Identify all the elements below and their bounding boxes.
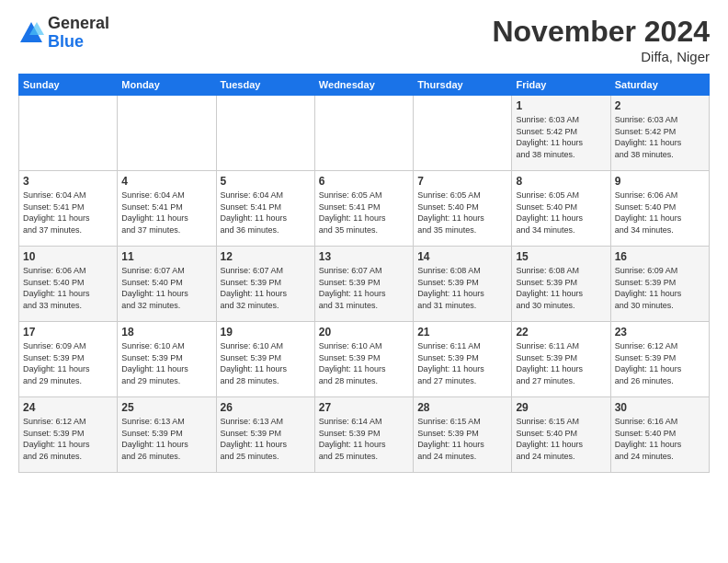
day-info-3-6: Sunrise: 6:12 AM Sunset: 5:39 PM Dayligh… [615,340,705,386]
cell-1-0: 3Sunrise: 6:04 AM Sunset: 5:41 PM Daylig… [19,171,118,247]
cell-2-6: 16Sunrise: 6:09 AM Sunset: 5:39 PM Dayli… [610,247,709,322]
day-num-1-1: 4 [121,175,211,188]
logo-icon [18,20,44,46]
day-info-2-5: Sunrise: 6:08 AM Sunset: 5:39 PM Dayligh… [516,265,606,311]
day-num-4-6: 30 [615,401,705,414]
logo-general: General [48,15,109,33]
cell-2-0: 10Sunrise: 6:06 AM Sunset: 5:40 PM Dayli… [19,247,118,322]
cell-0-6: 2Sunrise: 6:03 AM Sunset: 5:42 PM Daylig… [610,96,709,171]
week-row-1: 3Sunrise: 6:04 AM Sunset: 5:41 PM Daylig… [19,171,710,247]
cell-2-4: 14Sunrise: 6:08 AM Sunset: 5:39 PM Dayli… [414,247,512,322]
cell-4-5: 29Sunrise: 6:15 AM Sunset: 5:40 PM Dayli… [512,397,610,473]
day-num-2-5: 15 [516,250,606,263]
title-block: November 2024 Diffa, Niger [492,15,710,64]
cell-1-3: 6Sunrise: 6:05 AM Sunset: 5:41 PM Daylig… [314,171,413,247]
cell-1-5: 8Sunrise: 6:05 AM Sunset: 5:40 PM Daylig… [512,171,610,247]
day-num-1-2: 5 [221,175,311,188]
cell-4-3: 27Sunrise: 6:14 AM Sunset: 5:39 PM Dayli… [314,397,413,473]
day-info-2-3: Sunrise: 6:07 AM Sunset: 5:39 PM Dayligh… [319,265,409,311]
cell-3-2: 19Sunrise: 6:10 AM Sunset: 5:39 PM Dayli… [216,322,314,397]
day-info-1-3: Sunrise: 6:05 AM Sunset: 5:41 PM Dayligh… [319,190,409,236]
day-num-4-2: 26 [221,401,311,414]
day-num-4-0: 24 [23,401,113,414]
day-num-1-4: 7 [417,175,507,188]
week-row-3: 17Sunrise: 6:09 AM Sunset: 5:39 PM Dayli… [19,322,710,397]
day-num-2-2: 12 [221,250,311,263]
header-row: Sunday Monday Tuesday Wednesday Thursday… [19,75,710,96]
cell-4-0: 24Sunrise: 6:12 AM Sunset: 5:39 PM Dayli… [19,397,118,473]
day-num-4-5: 29 [516,401,606,414]
header-thursday: Thursday [414,75,512,96]
day-info-4-1: Sunrise: 6:13 AM Sunset: 5:39 PM Dayligh… [121,416,211,462]
day-info-3-0: Sunrise: 6:09 AM Sunset: 5:39 PM Dayligh… [23,340,113,386]
day-info-1-6: Sunrise: 6:06 AM Sunset: 5:40 PM Dayligh… [615,190,705,236]
day-info-2-6: Sunrise: 6:09 AM Sunset: 5:39 PM Dayligh… [615,265,705,311]
day-num-2-0: 10 [23,250,113,263]
header-saturday: Saturday [610,75,709,96]
cell-4-2: 26Sunrise: 6:13 AM Sunset: 5:39 PM Dayli… [216,397,314,473]
cell-1-1: 4Sunrise: 6:04 AM Sunset: 5:41 PM Daylig… [118,171,216,247]
cell-3-3: 20Sunrise: 6:10 AM Sunset: 5:39 PM Dayli… [314,322,413,397]
day-num-2-3: 13 [319,250,409,263]
cell-3-1: 18Sunrise: 6:10 AM Sunset: 5:39 PM Dayli… [118,322,216,397]
day-num-3-6: 23 [615,326,705,339]
day-info-2-0: Sunrise: 6:06 AM Sunset: 5:40 PM Dayligh… [23,265,113,311]
day-num-3-3: 20 [319,326,409,339]
logo: General Blue [18,15,109,52]
day-info-3-5: Sunrise: 6:11 AM Sunset: 5:39 PM Dayligh… [516,340,606,386]
day-info-4-0: Sunrise: 6:12 AM Sunset: 5:39 PM Dayligh… [23,416,113,462]
header: General Blue November 2024 Diffa, Niger [18,15,710,64]
cell-2-1: 11Sunrise: 6:07 AM Sunset: 5:40 PM Dayli… [118,247,216,322]
cell-3-0: 17Sunrise: 6:09 AM Sunset: 5:39 PM Dayli… [19,322,118,397]
cell-0-2 [216,96,314,171]
cell-2-2: 12Sunrise: 6:07 AM Sunset: 5:39 PM Dayli… [216,247,314,322]
day-info-3-2: Sunrise: 6:10 AM Sunset: 5:39 PM Dayligh… [221,340,311,386]
day-info-0-5: Sunrise: 6:03 AM Sunset: 5:42 PM Dayligh… [516,114,606,160]
day-info-1-5: Sunrise: 6:05 AM Sunset: 5:40 PM Dayligh… [516,190,606,236]
cell-4-1: 25Sunrise: 6:13 AM Sunset: 5:39 PM Dayli… [118,397,216,473]
cell-0-5: 1Sunrise: 6:03 AM Sunset: 5:42 PM Daylig… [512,96,610,171]
day-info-1-0: Sunrise: 6:04 AM Sunset: 5:41 PM Dayligh… [23,190,113,236]
logo-text: General Blue [48,15,109,52]
day-num-2-6: 16 [615,250,705,263]
logo-blue: Blue [48,33,109,52]
cell-1-2: 5Sunrise: 6:04 AM Sunset: 5:41 PM Daylig… [216,171,314,247]
week-row-2: 10Sunrise: 6:06 AM Sunset: 5:40 PM Dayli… [19,247,710,322]
header-monday: Monday [118,75,216,96]
day-num-0-6: 2 [615,99,705,112]
page: General Blue November 2024 Diffa, Niger … [0,0,728,482]
day-info-2-1: Sunrise: 6:07 AM Sunset: 5:40 PM Dayligh… [121,265,211,311]
cell-3-5: 22Sunrise: 6:11 AM Sunset: 5:39 PM Dayli… [512,322,610,397]
day-info-4-6: Sunrise: 6:16 AM Sunset: 5:40 PM Dayligh… [615,416,705,462]
day-num-2-1: 11 [121,250,211,263]
cell-0-3 [314,96,413,171]
day-num-2-4: 14 [417,250,507,263]
week-row-0: 1Sunrise: 6:03 AM Sunset: 5:42 PM Daylig… [19,96,710,171]
day-info-1-1: Sunrise: 6:04 AM Sunset: 5:41 PM Dayligh… [121,190,211,236]
day-num-3-4: 21 [417,326,507,339]
cell-4-4: 28Sunrise: 6:15 AM Sunset: 5:39 PM Dayli… [414,397,512,473]
day-info-3-4: Sunrise: 6:11 AM Sunset: 5:39 PM Dayligh… [417,340,507,386]
calendar-table: Sunday Monday Tuesday Wednesday Thursday… [18,74,710,473]
day-num-3-2: 19 [221,326,311,339]
header-sunday: Sunday [19,75,118,96]
day-info-3-1: Sunrise: 6:10 AM Sunset: 5:39 PM Dayligh… [121,340,211,386]
day-info-3-3: Sunrise: 6:10 AM Sunset: 5:39 PM Dayligh… [319,340,409,386]
cell-0-0 [19,96,118,171]
day-num-3-1: 18 [121,326,211,339]
cell-0-1 [118,96,216,171]
day-num-3-0: 17 [23,326,113,339]
header-friday: Friday [512,75,610,96]
day-num-4-4: 28 [417,401,507,414]
cell-3-4: 21Sunrise: 6:11 AM Sunset: 5:39 PM Dayli… [414,322,512,397]
cell-0-4 [414,96,512,171]
day-info-4-4: Sunrise: 6:15 AM Sunset: 5:39 PM Dayligh… [417,416,507,462]
day-num-1-5: 8 [516,175,606,188]
day-info-4-2: Sunrise: 6:13 AM Sunset: 5:39 PM Dayligh… [221,416,311,462]
day-info-1-4: Sunrise: 6:05 AM Sunset: 5:40 PM Dayligh… [417,190,507,236]
day-num-0-5: 1 [516,99,606,112]
cell-3-6: 23Sunrise: 6:12 AM Sunset: 5:39 PM Dayli… [610,322,709,397]
cell-2-3: 13Sunrise: 6:07 AM Sunset: 5:39 PM Dayli… [314,247,413,322]
cell-4-6: 30Sunrise: 6:16 AM Sunset: 5:40 PM Dayli… [610,397,709,473]
day-info-1-2: Sunrise: 6:04 AM Sunset: 5:41 PM Dayligh… [221,190,311,236]
